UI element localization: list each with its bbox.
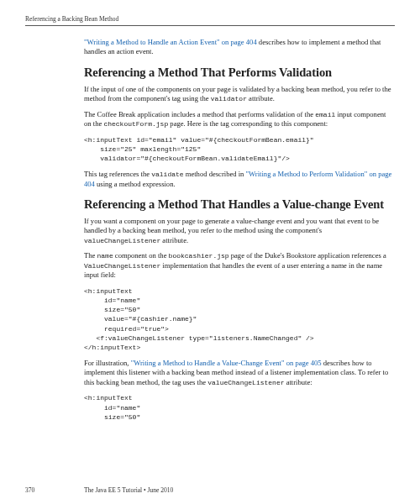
code-inline: checkoutForm.jsp [103, 120, 168, 128]
text: attribute. [160, 236, 188, 244]
text: The [84, 251, 97, 260]
code-inline: ValueChangeListener [84, 262, 160, 270]
text: attribute. [247, 94, 275, 102]
text: method described in [184, 170, 246, 178]
text: component on the [113, 251, 169, 260]
body-column: "Writing a Method to Handle an Action Ev… [84, 38, 395, 422]
code-block-validation: <h:inputText id="email" value="#{checkou… [84, 135, 395, 164]
sec2-p3: For illustration, "Writing a Method to H… [84, 359, 395, 387]
sec2-p2: The name component on the bookcashier.js… [84, 251, 395, 280]
text: The Coffee Break application includes a … [84, 110, 315, 118]
footer: 370 The Java EE 5 Tutorial • June 2010 [25, 486, 173, 494]
text: attribute: [284, 378, 312, 386]
sec2-p1: If you want a component on your page to … [84, 217, 395, 245]
link-value-change-event[interactable]: "Writing a Method to Handle a Value-Chan… [131, 359, 322, 367]
code-inline: validator [211, 95, 247, 102]
code-block-value-change-1: <h:inputText id="name" size="50" value="… [84, 286, 395, 352]
code-inline: bookcashier.jsp [169, 252, 229, 260]
text: page of the Duke's Bookstore application… [229, 251, 386, 260]
page: Referencing a Backing Bean Method "Writi… [0, 0, 420, 440]
text: For illustration, [84, 359, 131, 367]
sec1-p2: The Coffee Break application includes a … [84, 110, 395, 129]
text: If you want a component on your page to … [84, 217, 379, 234]
heading-validation: Referencing a Method That Performs Valid… [84, 66, 395, 80]
page-number: 370 [25, 486, 54, 494]
sec1-p1: If the input of one of the components on… [84, 85, 395, 104]
code-inline: valueChangeListener [84, 237, 160, 244]
intro-paragraph: "Writing a Method to Handle an Action Ev… [84, 38, 395, 57]
footer-title: The Java EE 5 Tutorial • June 2010 [84, 486, 173, 494]
code-inline: validate [151, 171, 183, 178]
code-inline: valueChangeListener [207, 379, 284, 386]
code-inline: name [97, 252, 113, 260]
text: page. Here is the tag corresponding to t… [168, 119, 328, 128]
text: This tag references the [84, 170, 151, 178]
sec1-p3: This tag references the validate method … [84, 170, 395, 189]
running-head: Referencing a Backing Bean Method [25, 15, 395, 26]
code-inline: email [315, 111, 335, 118]
heading-value-change: Referencing a Method That Handles a Valu… [84, 197, 395, 212]
link-action-event[interactable]: "Writing a Method to Handle an Action Ev… [84, 38, 257, 46]
text: using a method expression. [95, 180, 176, 188]
code-block-value-change-2: <h:inputText id="name" size="50" [84, 393, 395, 422]
